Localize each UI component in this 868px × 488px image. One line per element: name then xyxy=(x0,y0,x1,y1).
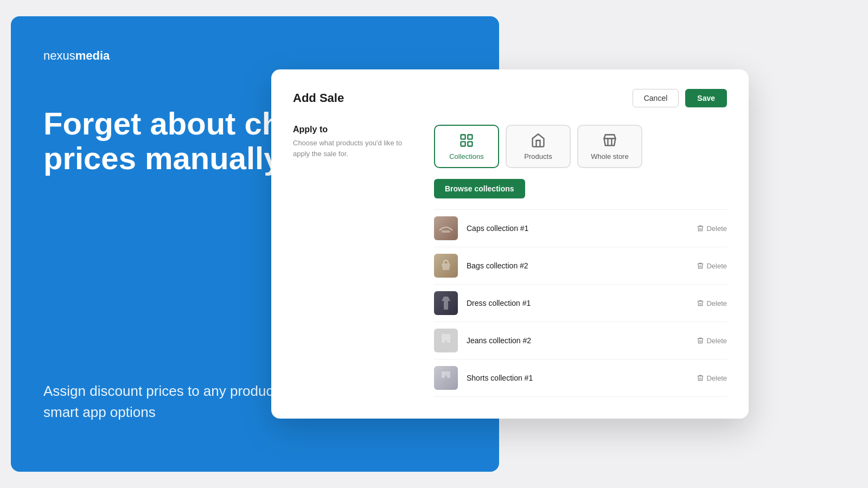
collection-name: Jeans collection #2 xyxy=(467,336,688,345)
trash-icon xyxy=(697,337,704,344)
svg-rect-6 xyxy=(442,230,450,233)
list-item: Bags collection #2 Delete xyxy=(434,247,727,285)
svg-rect-0 xyxy=(461,134,465,139)
svg-rect-2 xyxy=(461,142,465,146)
trash-icon xyxy=(697,224,704,232)
apply-content: Collections Products xyxy=(434,125,727,397)
trash-icon xyxy=(697,262,704,269)
collection-thumbnail xyxy=(434,254,458,278)
cancel-button[interactable]: Cancel xyxy=(633,89,679,107)
collection-list: Caps collection #1 Delete Bags collectio… xyxy=(434,209,727,397)
brand-name-regular: nexus xyxy=(43,49,75,62)
tab-products[interactable]: Products xyxy=(506,125,571,168)
collection-thumbnail xyxy=(434,216,458,240)
page-wrapper: nexusmedia Forget about changing prices … xyxy=(11,11,857,477)
tab-collections-label: Collections xyxy=(449,152,484,160)
apply-to-description: Choose what products you'd like to apply… xyxy=(293,138,412,159)
modal-actions: Cancel Save xyxy=(633,89,727,107)
svg-rect-3 xyxy=(468,142,472,146)
delete-button[interactable]: Delete xyxy=(697,374,727,382)
collection-thumbnail xyxy=(434,366,458,390)
collection-thumbnail xyxy=(434,329,458,352)
trash-icon xyxy=(697,299,704,307)
save-button[interactable]: Save xyxy=(685,89,727,107)
brand-name-bold: media xyxy=(75,49,110,62)
tab-whole-store[interactable]: Whole store xyxy=(577,125,642,168)
delete-button[interactable]: Delete xyxy=(697,262,727,270)
modal-title: Add Sale xyxy=(293,91,344,105)
collections-icon xyxy=(459,133,474,148)
list-item: Shorts collection #1 Delete xyxy=(434,359,727,397)
collection-name: Caps collection #1 xyxy=(467,224,688,233)
collection-name: Bags collection #2 xyxy=(467,261,688,270)
whole-store-icon xyxy=(602,133,617,148)
brand-logo: nexusmedia xyxy=(43,49,467,63)
list-item: Caps collection #1 Delete xyxy=(434,210,727,247)
tab-whole-store-label: Whole store xyxy=(591,152,628,160)
delete-button[interactable]: Delete xyxy=(697,224,727,233)
tab-collections[interactable]: Collections xyxy=(434,125,499,168)
browse-collections-button[interactable]: Browse collections xyxy=(434,179,525,198)
list-item: Dress collection #1 Delete xyxy=(434,285,727,322)
delete-button[interactable]: Delete xyxy=(697,299,727,307)
products-icon xyxy=(531,133,546,148)
delete-button[interactable]: Delete xyxy=(697,337,727,345)
modal-header: Add Sale Cancel Save xyxy=(293,89,727,107)
svg-rect-1 xyxy=(468,134,472,139)
collection-name: Dress collection #1 xyxy=(467,299,688,307)
apply-label-area: Apply to Choose what products you'd like… xyxy=(293,125,412,159)
tab-products-label: Products xyxy=(524,152,552,160)
trash-icon xyxy=(697,374,704,382)
list-item: Jeans collection #2 Delete xyxy=(434,322,727,359)
collection-name: Shorts collection #1 xyxy=(467,374,688,382)
apply-to-label: Apply to xyxy=(293,125,412,134)
tab-group: Collections Products xyxy=(434,125,727,168)
apply-to-section: Apply to Choose what products you'd like… xyxy=(293,125,727,397)
add-sale-modal: Add Sale Cancel Save Apply to Choose wha… xyxy=(271,69,749,419)
collection-thumbnail xyxy=(434,291,458,315)
